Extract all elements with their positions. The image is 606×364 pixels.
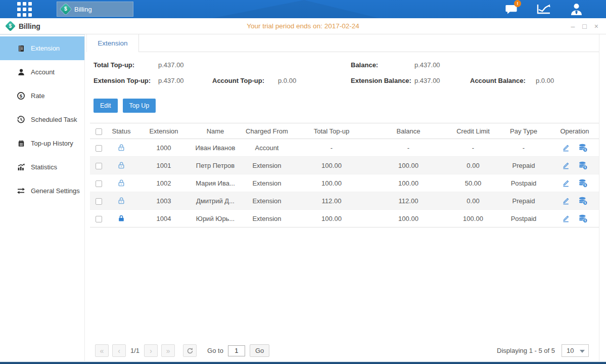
table-header-row: StatusExtensionNameCharged FromTotal Top… (90, 123, 599, 139)
edit-button[interactable]: Edit (94, 99, 118, 113)
row-checkbox[interactable] (96, 216, 102, 222)
cell-pay-type: Postpaid (497, 215, 550, 222)
column-header: Pay Type (497, 127, 550, 135)
lock-open-icon (117, 144, 125, 152)
cell-charged-from: Extension (239, 179, 295, 187)
app-menu-icon[interactable] (17, 2, 32, 17)
sidebar-item-general-settings[interactable]: General Settings (0, 179, 84, 203)
reports-chart-icon[interactable] (536, 3, 551, 16)
minimize-icon[interactable]: – (571, 23, 575, 30)
column-header: Extension (135, 127, 192, 135)
select-all-checkbox[interactable] (96, 128, 102, 135)
edit-icon[interactable] (562, 197, 570, 205)
cell-name: Иван Иванов (192, 144, 239, 152)
cell-credit-limit: - (449, 144, 497, 152)
go-button[interactable]: Go (250, 344, 269, 357)
topup-coins-icon[interactable]: $ (578, 197, 588, 205)
tab-extension[interactable]: Extension (86, 34, 139, 52)
topup-button[interactable]: Top Up (123, 99, 156, 113)
content-panel: Extension Total Top-up: p.437.00 Balance… (85, 34, 606, 361)
window-title: Billing (19, 22, 40, 30)
topbar-decoration (212, 0, 379, 18)
page-size-select[interactable]: 10 (562, 344, 589, 357)
desktop-taskbar-edge (0, 362, 606, 364)
sidebar: Extension Account $ Rate Scheduled Task … (0, 34, 85, 361)
chevron-down-icon (580, 350, 585, 353)
table-row: 1001 Петр Петров Extension 100.00 100.00… (90, 157, 599, 174)
topup-history-icon (17, 139, 25, 148)
topbar-tab-label: Billing (74, 6, 92, 13)
first-page-button[interactable]: « (95, 344, 109, 357)
lock-open-icon (117, 179, 125, 187)
topup-coins-icon[interactable]: $ (578, 161, 588, 170)
svg-text:$: $ (584, 218, 586, 222)
cell-name: Дмитрий Д... (192, 197, 239, 205)
edit-icon[interactable] (562, 144, 570, 152)
row-checkbox[interactable] (96, 163, 102, 169)
window-titlebar: $ Billing Your trial period ends on: 201… (0, 18, 606, 34)
account-topup-value: p.0.00 (278, 77, 296, 84)
edit-icon[interactable] (562, 214, 570, 223)
sidebar-item-rate[interactable]: $ Rate (0, 84, 84, 108)
goto-page-input[interactable] (228, 345, 245, 356)
next-page-button[interactable]: › (144, 344, 158, 357)
cell-extension: 1001 (135, 162, 192, 169)
topup-coins-icon[interactable]: $ (578, 144, 588, 152)
balance-label: Balance: (351, 61, 378, 69)
cell-balance: 100.00 (368, 179, 449, 187)
maximize-icon[interactable]: □ (582, 23, 586, 30)
prev-page-button[interactable]: ‹ (112, 344, 126, 357)
cell-charged-from: Extension (239, 162, 295, 169)
row-checkbox[interactable] (96, 145, 102, 152)
account-icon (17, 68, 25, 76)
edit-icon[interactable] (562, 161, 570, 170)
lock-closed-icon (117, 214, 125, 222)
extension-topup-value: p.437.00 (158, 77, 184, 84)
sidebar-item-scheduled-task[interactable]: Scheduled Task (0, 108, 84, 131)
sidebar-item-account[interactable]: Account (0, 60, 84, 84)
account-topup-label: Account Top-up: (212, 77, 264, 84)
cell-extension: 1000 (135, 144, 192, 152)
lock-open-icon (117, 197, 125, 205)
cell-total-topup: 100.00 (295, 215, 368, 222)
user-account-icon[interactable] (569, 3, 584, 16)
cell-total-topup: 100.00 (295, 179, 368, 187)
total-topup-value: p.437.00 (158, 61, 184, 69)
edit-icon[interactable] (562, 179, 570, 188)
column-header: Charged From (239, 127, 295, 135)
svg-text:$: $ (584, 148, 586, 151)
column-header: Name (192, 127, 239, 135)
topbar-tab-billing[interactable]: $ Billing (57, 2, 133, 17)
column-header: Balance (368, 127, 449, 135)
refresh-button[interactable] (183, 344, 197, 357)
last-page-button[interactable]: » (161, 344, 175, 357)
cell-extension: 1002 (135, 179, 192, 187)
lock-open-icon (117, 161, 125, 169)
svg-text:$: $ (584, 165, 586, 169)
displaying-text: Displaying 1 - 5 of 5 (497, 347, 555, 354)
row-checkbox[interactable] (96, 198, 102, 205)
messages-icon[interactable]: ! (504, 3, 519, 16)
cell-charged-from: Extension (239, 197, 295, 205)
billing-app-icon: $ (60, 4, 72, 15)
topup-coins-icon[interactable]: $ (578, 179, 588, 188)
cell-total-topup: 100.00 (295, 162, 368, 169)
pagination-bar: « ‹ 1/1 › » Go to Go Displaying 1 - 5 of… (85, 344, 606, 357)
close-icon[interactable]: × (594, 23, 598, 30)
sidebar-item-top-up-history[interactable]: Top-up History (0, 131, 84, 155)
column-header: Credit Limit (449, 127, 497, 135)
action-buttons: Edit Top Up (94, 99, 606, 113)
notification-badge: ! (514, 0, 521, 7)
sidebar-item-extension[interactable]: Extension (0, 36, 84, 60)
tabstrip: Extension (85, 34, 606, 52)
sidebar-item-statistics[interactable]: Statistics (0, 155, 84, 179)
tabstrip-rest (139, 34, 599, 52)
cell-balance: 112.00 (368, 197, 449, 205)
row-checkbox[interactable] (96, 180, 102, 187)
cell-total-topup: 112.00 (295, 197, 368, 205)
window-controls: – □ × (571, 23, 598, 30)
column-header: Operation (550, 127, 599, 135)
cell-extension: 1004 (135, 215, 192, 222)
topup-coins-icon[interactable]: $ (578, 214, 588, 223)
cell-charged-from: Account (239, 144, 295, 152)
